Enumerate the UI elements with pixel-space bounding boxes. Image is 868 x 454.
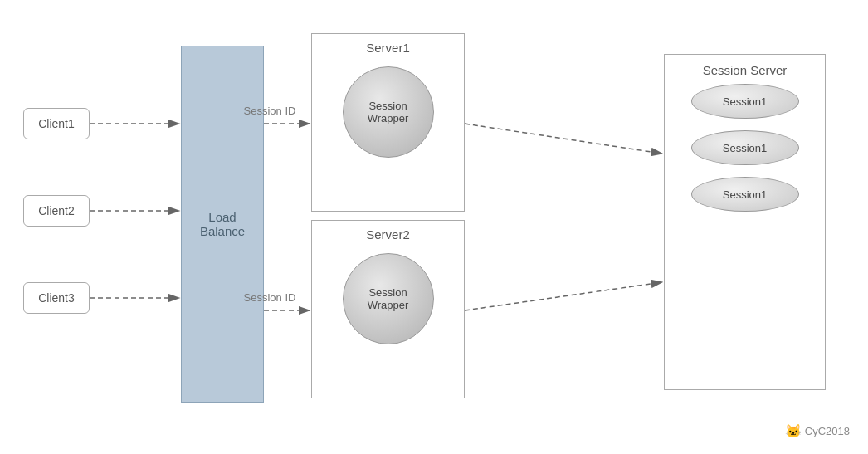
- watermark-icon: 🐱: [785, 423, 802, 439]
- server1-label: Server1: [312, 34, 464, 58]
- server1-box: Server1 SessionWrapper: [311, 33, 465, 212]
- session3-label: Session1: [723, 188, 767, 201]
- client3-box: Client3: [23, 282, 90, 314]
- session1-ellipse: Session1: [691, 84, 799, 119]
- session-server-label: Session Server: [665, 55, 825, 84]
- client2-box: Client2: [23, 195, 90, 227]
- server2-label: Server2: [312, 221, 464, 245]
- session1-label: Session1: [723, 95, 767, 108]
- client1-label: Client1: [38, 117, 75, 130]
- server1-to-session-server-arrow: [465, 124, 662, 154]
- server2-box: Server2 SessionWrapper: [311, 220, 465, 398]
- session-server-box: Session Server Session1 Session1 Session…: [664, 54, 826, 390]
- session2-label: Session1: [723, 142, 767, 154]
- session3-ellipse: Session1: [691, 177, 799, 212]
- client3-label: Client3: [38, 291, 75, 305]
- diagram: Client1 Client2 Client3 LoadBalance Serv…: [0, 0, 868, 454]
- server2-session-wrapper: SessionWrapper: [343, 253, 434, 344]
- watermark: 🐱 CyC2018: [785, 423, 850, 439]
- server1-session-wrapper: SessionWrapper: [343, 66, 434, 158]
- client2-label: Client2: [38, 204, 75, 217]
- watermark-text: CyC2018: [805, 425, 850, 437]
- load-balance-box: LoadBalance: [181, 46, 264, 403]
- session2-ellipse: Session1: [691, 130, 799, 165]
- load-balance-label: LoadBalance: [200, 210, 245, 238]
- client1-box: Client1: [23, 108, 90, 139]
- server2-to-session-server-arrow: [465, 282, 662, 310]
